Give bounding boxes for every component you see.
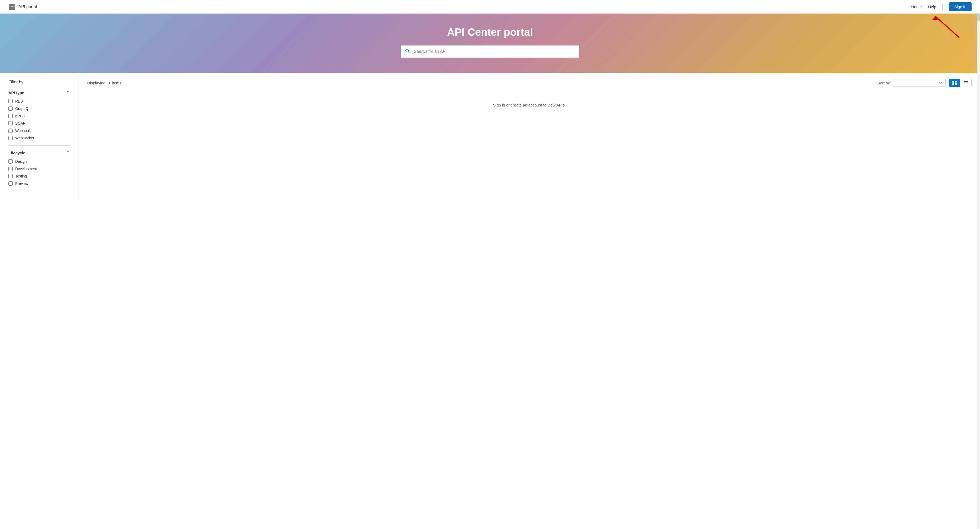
- svg-rect-1: [12, 4, 15, 6]
- search-icon: [405, 48, 410, 55]
- items-label: items: [112, 81, 121, 85]
- view-toggle: [949, 79, 972, 87]
- filter-preview: Preview: [8, 182, 70, 186]
- hero-title: API Center portal: [8, 26, 972, 38]
- svg-rect-10: [952, 83, 954, 85]
- svg-rect-8: [952, 81, 954, 83]
- sign-in-button[interactable]: Sign in: [949, 2, 972, 11]
- filter-webhook: Webhook: [8, 129, 70, 133]
- lifecycle-section: Lifecycle ⌃ Design Development Testing P…: [8, 150, 70, 186]
- label-webhook[interactable]: Webhook: [15, 129, 31, 133]
- main-content: Filter by API type ⌃ REST GraphQL gRPC S…: [0, 73, 980, 197]
- filter-graphql: GraphQL: [8, 107, 70, 111]
- nav-divider: [942, 4, 943, 10]
- checkbox-grpc[interactable]: [8, 114, 13, 118]
- svg-line-7: [408, 52, 410, 53]
- navbar: API portal Home Help Sign in: [0, 0, 980, 14]
- svg-rect-0: [9, 4, 12, 6]
- navbar-right: Home Help Sign in: [911, 2, 972, 11]
- hero-banner: API Center portal: [0, 14, 980, 73]
- filter-development: Development: [8, 167, 70, 171]
- filter-soap: SOAP: [8, 121, 70, 126]
- api-type-title: API type: [8, 91, 24, 95]
- label-grpc[interactable]: gRPC: [15, 114, 25, 118]
- nav-help-link[interactable]: Help: [928, 5, 936, 9]
- api-type-section: API type ⌃ REST GraphQL gRPC SOAP Web: [8, 90, 70, 140]
- label-websocket[interactable]: WebSocket: [15, 136, 34, 140]
- results-count: Displaying 0 items: [87, 81, 121, 85]
- filter-testing: Testing: [8, 174, 70, 178]
- svg-rect-11: [955, 83, 957, 85]
- svg-marker-5: [932, 16, 939, 20]
- grid-view-button[interactable]: [949, 79, 960, 87]
- sort-container: Sort by: [877, 79, 972, 87]
- label-soap[interactable]: SOAP: [15, 121, 25, 126]
- checkbox-testing[interactable]: [8, 174, 13, 178]
- brand-name: API portal: [18, 5, 37, 9]
- label-preview[interactable]: Preview: [15, 182, 29, 186]
- lifecycle-collapse-icon[interactable]: ⌃: [66, 150, 70, 156]
- api-type-section-header: API type ⌃: [8, 90, 70, 96]
- sort-label: Sort by: [877, 81, 890, 85]
- search-input[interactable]: [401, 46, 579, 57]
- grid-icon: [952, 80, 957, 85]
- brand: API portal: [8, 3, 37, 11]
- svg-rect-3: [12, 7, 15, 10]
- item-count: 0: [108, 81, 110, 85]
- results-toolbar: Displaying 0 items Sort by: [87, 79, 972, 87]
- filter-rest: REST: [8, 99, 70, 104]
- scrollbar[interactable]: [977, 0, 980, 529]
- filter-design: Design: [8, 159, 70, 164]
- api-type-collapse-icon[interactable]: ⌃: [66, 90, 70, 96]
- api-portal-logo-icon: [8, 3, 16, 11]
- checkbox-development[interactable]: [8, 167, 13, 171]
- label-design[interactable]: Design: [15, 159, 27, 164]
- lifecycle-section-header: Lifecycle ⌃: [8, 150, 70, 156]
- checkbox-rest[interactable]: [8, 99, 13, 104]
- empty-message: Sign in or create an account to view API…: [87, 103, 972, 107]
- search-container: [401, 46, 579, 57]
- filter-websocket: WebSocket: [8, 136, 70, 140]
- checkbox-graphql[interactable]: [8, 107, 13, 111]
- sort-select[interactable]: [893, 79, 946, 87]
- label-testing[interactable]: Testing: [15, 174, 27, 178]
- displaying-label: Displaying: [87, 81, 105, 85]
- label-rest[interactable]: REST: [15, 99, 25, 104]
- svg-rect-2: [9, 7, 12, 10]
- list-view-button[interactable]: [960, 79, 971, 87]
- list-icon: [963, 80, 968, 85]
- svg-rect-9: [955, 81, 957, 83]
- filter-by-header: Filter by: [8, 80, 70, 84]
- lifecycle-title: Lifecycle: [8, 151, 25, 155]
- label-development[interactable]: Development: [15, 167, 37, 171]
- sidebar: Filter by API type ⌃ REST GraphQL gRPC S…: [0, 73, 79, 197]
- label-graphql[interactable]: GraphQL: [15, 107, 30, 111]
- results-area: Displaying 0 items Sort by: [79, 73, 980, 197]
- checkbox-preview[interactable]: [8, 182, 13, 186]
- checkbox-webhook[interactable]: [8, 129, 13, 133]
- checkbox-websocket[interactable]: [8, 136, 13, 140]
- filter-grpc: gRPC: [8, 114, 70, 118]
- checkbox-design[interactable]: [8, 159, 13, 164]
- checkbox-soap[interactable]: [8, 121, 13, 126]
- section-divider: [8, 145, 70, 146]
- nav-home-link[interactable]: Home: [911, 5, 922, 9]
